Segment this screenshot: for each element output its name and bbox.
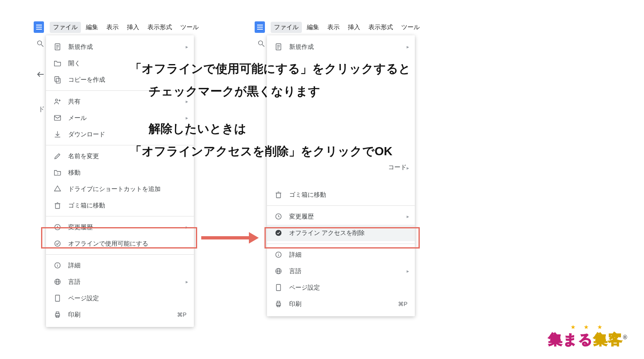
offline-check-icon — [53, 239, 62, 248]
menu-item-new-label: 新規作成 — [68, 43, 93, 51]
drive-shortcut-icon — [53, 185, 62, 193]
menu-item-copy-label: コピーを作成 — [68, 76, 105, 84]
svg-rect-29 — [56, 312, 59, 313]
menu-item-print[interactable]: 印刷 ⌘P — [46, 306, 194, 323]
menu-item-new-label: 新規作成 — [289, 43, 314, 51]
google-docs-logo-icon — [34, 21, 44, 33]
info-icon — [53, 261, 62, 269]
svg-point-41 — [276, 230, 281, 235]
menu-item-language-label: 言語 — [289, 267, 301, 275]
menu-item-move-label: 移動 — [68, 169, 80, 177]
registered-icon: ® — [623, 334, 628, 341]
topbar-right: ファイル 編集 表示 挿入 表示形式 ツール — [255, 20, 423, 37]
document-icon — [53, 43, 62, 51]
menu-item-details-label: 詳細 — [68, 262, 80, 269]
menu-item-pagesetup-label: ページ設定 — [289, 284, 320, 292]
menu-item-print-label: 印刷 — [289, 300, 301, 308]
google-docs-logo-icon — [255, 21, 265, 33]
menu-edit[interactable]: 編集 — [304, 22, 322, 33]
svg-point-23 — [57, 264, 58, 264]
menu-item-language-label: 言語 — [68, 278, 80, 286]
svg-point-44 — [278, 253, 278, 253]
info-icon — [274, 251, 283, 259]
menu-item-trash[interactable]: ゴミ箱に移動 — [46, 197, 194, 214]
print-shortcut: ⌘P — [177, 311, 186, 318]
move-folder-icon — [53, 168, 62, 177]
menu-item-language[interactable]: 言語 — [46, 274, 194, 290]
menu-item-shortcut[interactable]: ドライブにショートカットを追加 — [46, 181, 194, 197]
print-icon — [53, 311, 62, 319]
menu-view[interactable]: 表示 — [324, 22, 343, 33]
truncated-text: ド — [38, 105, 45, 114]
menu-insert[interactable]: 挿入 — [124, 22, 143, 33]
menu-view[interactable]: 表示 — [103, 22, 122, 33]
menu-separator — [267, 244, 415, 244]
svg-rect-12 — [55, 115, 61, 120]
svg-line-1 — [41, 45, 44, 47]
arrow-icon — [201, 233, 259, 243]
menu-file[interactable]: ファイル — [50, 22, 81, 33]
mail-icon — [53, 114, 62, 122]
menu-item-open-label: 開く — [68, 60, 80, 67]
copy-icon — [53, 76, 62, 84]
svg-point-20 — [55, 241, 60, 246]
menu-item-pagesetup[interactable]: ページ設定 — [267, 279, 415, 296]
menu-item-history[interactable]: 変更履歴 — [267, 208, 415, 225]
menu-tools[interactable]: ツール — [177, 22, 202, 33]
svg-line-32 — [262, 45, 264, 47]
document-icon — [274, 43, 283, 51]
annotation-text: 「オフラインで使用可能にする」をクリックすると チェックマークが黒くなります 解… — [130, 58, 411, 177]
menu-item-new[interactable]: 新規作成 — [267, 39, 415, 55]
menu-format[interactable]: 表示形式 — [365, 22, 396, 33]
annotation-line-3: 解除したいときは — [130, 117, 411, 140]
stars-icon: ★ ★ ★ — [543, 324, 633, 330]
menu-item-trash-label: ゴミ箱に移動 — [68, 202, 105, 209]
menu-format[interactable]: 表示形式 — [144, 22, 175, 33]
menu-separator — [267, 205, 415, 206]
menu-item-offline-enable[interactable]: オフラインで使用可能にする — [46, 235, 194, 252]
annotation-line-2: チェックマークが黒くなります — [130, 80, 411, 103]
menu-item-language[interactable]: 言語 — [267, 263, 415, 279]
svg-marker-15 — [55, 186, 61, 191]
menu-file[interactable]: ファイル — [271, 22, 302, 33]
menu-separator — [46, 216, 194, 216]
menu-item-details[interactable]: 詳細 — [267, 246, 415, 263]
menu-item-offline-remove[interactable]: オフライン アクセスを削除 — [267, 225, 415, 241]
annotation-line-1: 「オフラインで使用可能にする」をクリックすると — [130, 58, 411, 80]
menu-item-rename-label: 名前を変更 — [68, 152, 99, 160]
menu-item-print[interactable]: 印刷 ⌘P — [267, 296, 415, 312]
svg-rect-50 — [277, 301, 280, 303]
menu-item-details-label: 詳細 — [289, 251, 301, 259]
menu-item-pagesetup-label: ページ設定 — [68, 295, 99, 302]
svg-point-31 — [258, 41, 262, 45]
folder-icon — [53, 59, 62, 67]
pencil-icon — [53, 152, 62, 160]
brand-logo: ★ ★ ★ 集まる集客® — [543, 324, 633, 349]
print-icon — [274, 300, 283, 308]
search-icon[interactable] — [36, 39, 44, 49]
svg-rect-37 — [276, 193, 281, 198]
menu-item-share-label: 共有 — [68, 98, 80, 106]
menu-item-history-label: 変更履歴 — [289, 213, 314, 221]
menu-tools[interactable]: ツール — [398, 22, 423, 33]
search-icon[interactable] — [257, 39, 265, 49]
svg-rect-8 — [55, 77, 59, 82]
svg-rect-27 — [55, 295, 60, 301]
menu-item-download-label: ダウンロード — [68, 131, 105, 138]
menu-item-trash[interactable]: ゴミ箱に移動 — [267, 186, 415, 203]
menu-item-offline-remove-label: オフライン アクセスを削除 — [289, 229, 365, 237]
menu-insert[interactable]: 挿入 — [345, 22, 363, 33]
svg-point-0 — [37, 41, 41, 45]
menu-separator — [46, 254, 194, 255]
print-shortcut: ⌘P — [398, 301, 407, 307]
menu-edit[interactable]: 編集 — [83, 22, 101, 33]
menu-item-pagesetup[interactable]: ページ設定 — [46, 290, 194, 306]
menu-item-details[interactable]: 詳細 — [46, 257, 194, 274]
globe-icon — [274, 267, 283, 275]
menu-item-new[interactable]: 新規作成 — [46, 39, 194, 55]
svg-rect-16 — [55, 204, 60, 209]
trash-icon — [274, 191, 283, 199]
globe-icon — [53, 278, 62, 286]
brand-text-b: 集客 — [593, 331, 623, 347]
menu-item-history[interactable]: 変更履歴 — [46, 219, 194, 235]
